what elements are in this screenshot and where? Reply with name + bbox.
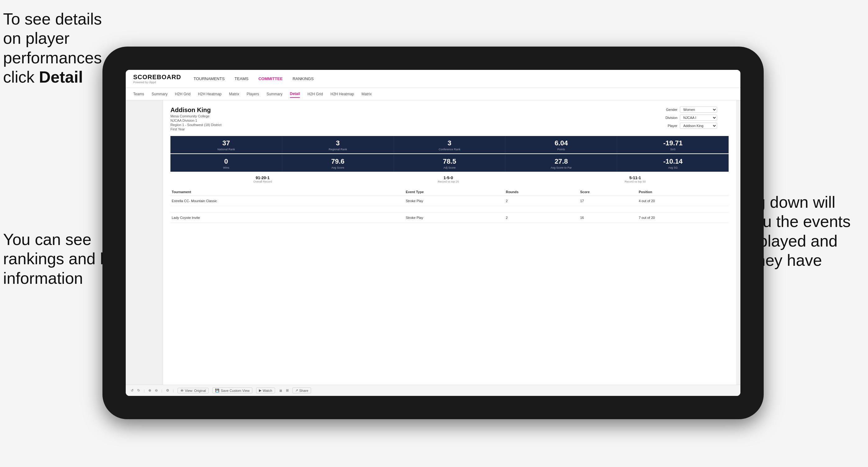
nav-teams[interactable]: TEAMS: [235, 75, 249, 82]
col-tournament: Tournament: [170, 188, 404, 196]
share-button[interactable]: ↗ Share: [292, 387, 311, 394]
col-position: Position: [637, 188, 728, 196]
table-row: Lady Coyote Invite Stroke Play 2 16 7 ou…: [170, 213, 728, 223]
record-overall: 91-20-1 Overall Record: [253, 176, 272, 183]
main-content: Addison King Mesa Community College NJCA…: [163, 100, 736, 385]
tournament-table: Tournament Event Type Rounds Score Posit…: [170, 188, 728, 223]
col-score: Score: [579, 188, 638, 196]
stat-avg-score-par-value: 27.8: [508, 157, 614, 165]
player-region: Region 1 - Southwest (18) District: [170, 123, 221, 127]
stat-avg-sg: -10.14 Avg SG: [617, 154, 728, 172]
stat-avg-sg-label: Avg SG: [620, 166, 726, 169]
toolbar-zoom2-icon[interactable]: ⊖: [155, 388, 158, 393]
gender-select[interactable]: Women: [680, 106, 717, 113]
tablet: SCOREBOARD Powered by clippd TOURNAMENTS…: [102, 46, 764, 419]
save-icon: 💾: [215, 388, 219, 393]
toolbar-grid-icon[interactable]: ⊞: [286, 388, 289, 393]
tablet-screen: SCOREBOARD Powered by clippd TOURNAMENTS…: [126, 70, 740, 396]
stat-adj-score: 78.5 Adj Score: [394, 154, 506, 172]
save-custom-button[interactable]: 💾 Save Custom View: [212, 387, 252, 394]
position-2: [637, 206, 728, 213]
stat-regional-rank: 3 Regional Rank: [282, 136, 394, 153]
record-top25-label: Record vs top 25: [438, 180, 459, 183]
sub-nav-teams[interactable]: Teams: [133, 91, 144, 97]
watch-icon: ▶: [259, 388, 261, 393]
content-area: Addison King Mesa Community College NJCA…: [126, 100, 740, 385]
gender-control-row: Gender Women: [660, 106, 728, 113]
sub-nav-detail[interactable]: Detail: [290, 90, 300, 98]
col-event-type: Event Type: [404, 188, 504, 196]
stat-conference-rank-label: Conference Rank: [397, 148, 503, 151]
sub-nav-summary[interactable]: Summary: [152, 91, 167, 97]
watch-label: Watch: [262, 389, 272, 393]
sub-nav-h2h-grid[interactable]: H2H Grid: [175, 91, 191, 97]
stat-avg-score: 79.6 Avg Score: [282, 154, 394, 172]
player-college: Mesa Community College: [170, 114, 221, 118]
division-select[interactable]: NJCAA I: [680, 115, 717, 121]
stat-regional-rank-value: 3: [285, 139, 391, 147]
logo-text: SCOREBOARD: [133, 73, 181, 81]
nav-items: TOURNAMENTS TEAMS COMMITTEE RANKINGS: [193, 75, 314, 82]
sub-nav-players[interactable]: Players: [247, 91, 259, 97]
nav-rankings[interactable]: RANKINGS: [292, 75, 314, 82]
share-icon: ↗: [295, 388, 298, 393]
stat-avg-score-par: 27.8 Avg Score to Par: [505, 154, 617, 172]
stat-sos-value: -19.71: [620, 139, 726, 147]
view-original-button[interactable]: 👁 View: Original: [178, 388, 209, 394]
stat-avg-score-label: Avg Score: [285, 166, 391, 169]
stat-wins: 0 Wins: [170, 154, 282, 172]
stat-conference-rank: 3 Conference Rank: [394, 136, 506, 153]
record-top50-value: 5-11-1: [625, 176, 646, 180]
nav-tournaments[interactable]: TOURNAMENTS: [193, 75, 224, 82]
sub-nav-h2h-grid2[interactable]: H2H Grid: [307, 91, 323, 97]
position-1: 4 out of 20: [637, 196, 728, 206]
player-label: Player: [660, 124, 677, 128]
division-label: Division: [660, 116, 677, 120]
watch-button[interactable]: ▶ Watch: [256, 387, 275, 394]
toolbar-undo-icon[interactable]: ↺: [131, 388, 133, 393]
left-panel: [126, 100, 163, 385]
record-top25: 1-5-0 Record vs top 25: [438, 176, 459, 183]
sub-nav-h2h-heatmap[interactable]: H2H Heatmap: [198, 91, 222, 97]
stat-avg-sg-value: -10.14: [620, 157, 726, 165]
event-type-1: Stroke Play: [404, 196, 504, 206]
score-2: [579, 206, 638, 213]
stat-regional-rank-label: Regional Rank: [285, 148, 391, 151]
event-type-2: [404, 206, 504, 213]
toolbar-redo-icon[interactable]: ↻: [137, 388, 140, 393]
player-select[interactable]: Addison King: [680, 123, 717, 129]
toolbar-sep-1: |: [144, 389, 145, 393]
toolbar-sep-2: |: [161, 389, 162, 393]
logo-area: SCOREBOARD Powered by clippd: [133, 73, 181, 84]
stat-points-label: Points: [508, 148, 614, 151]
toolbar-settings-icon[interactable]: ⚙: [166, 388, 169, 393]
sub-nav-summary2[interactable]: Summary: [266, 91, 282, 97]
record-overall-value: 91-20-1: [253, 176, 272, 180]
sub-nav-matrix[interactable]: Matrix: [229, 91, 239, 97]
sub-nav-matrix2[interactable]: Matrix: [362, 91, 372, 97]
record-top25-value: 1-5-0: [438, 176, 459, 180]
stat-wins-label: Wins: [173, 166, 279, 169]
rounds-3: 2: [504, 213, 579, 223]
annotation-detail-bold: Detail: [39, 68, 83, 86]
stat-wins-value: 0: [173, 157, 279, 165]
player-controls: Gender Women Division NJCAA I: [660, 106, 728, 129]
toolbar-zoom-icon[interactable]: ⊕: [148, 388, 151, 393]
tournament-name-1: Estrella CC- Mountain Classic: [170, 196, 404, 206]
player-year: First Year: [170, 127, 221, 131]
view-icon: 👁: [180, 389, 184, 393]
toolbar-screen-icon[interactable]: 🖥: [279, 389, 282, 393]
rounds-1: 2: [504, 196, 579, 206]
stat-national-rank-value: 37: [173, 139, 279, 147]
nav-committee[interactable]: COMMITTEE: [258, 75, 282, 82]
stat-adj-score-label: Adj Score: [397, 166, 503, 169]
table-row: Estrella CC- Mountain Classic Stroke Pla…: [170, 196, 728, 206]
sub-nav-h2h-heatmap2[interactable]: H2H Heatmap: [330, 91, 354, 97]
stat-points: 6.04 Points: [505, 136, 617, 153]
score-3: 16: [579, 213, 638, 223]
gender-label: Gender: [660, 108, 677, 112]
bottom-toolbar: ↺ ↻ | ⊕ ⊖ | ⚙ | 👁 View: Original 💾 Save …: [126, 385, 740, 396]
player-info: Addison King Mesa Community College NJCA…: [170, 106, 221, 131]
stat-avg-score-value: 79.6: [285, 157, 391, 165]
player-control-row: Player Addison King: [660, 123, 728, 129]
